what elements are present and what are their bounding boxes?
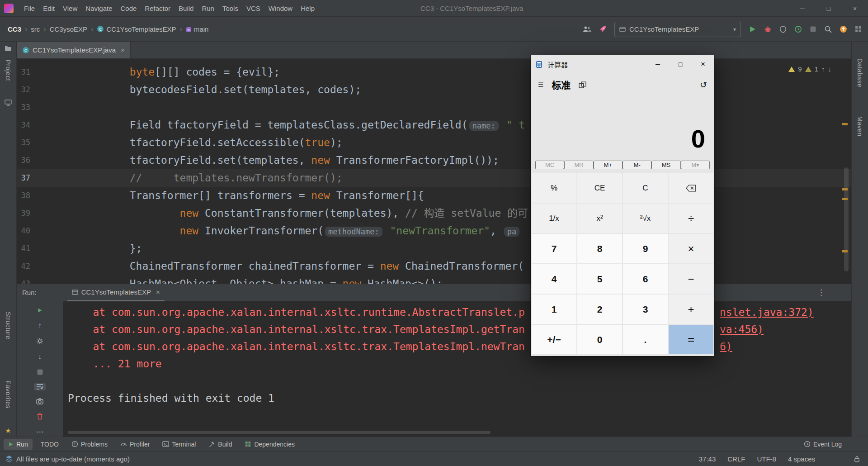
console-h-scrollbar[interactable] [68,431,491,434]
calc-key-clear-entry[interactable]: CE [577,173,622,203]
event-log-button[interactable]: Event Log [804,441,842,448]
code-line-31[interactable]: 31 byte[][] codes = {evil}; [17,63,851,81]
sidebar-item-database[interactable]: Database [856,58,863,87]
calc-key-digit-8[interactable]: 8 [577,234,622,263]
calc-key-square-root[interactable]: ²√x [623,204,668,233]
calc-key-decimal[interactable]: . [623,325,668,354]
code-line-38[interactable]: 38 Transformer[] transformers = new Tran… [17,187,851,204]
menu-file[interactable]: File [20,0,39,17]
more-options-icon[interactable]: ⋮ [817,288,825,297]
stack-trace-link[interactable]: nslet.java:372) [720,304,814,321]
tool-tab-build[interactable]: Build [204,439,236,450]
menu-window[interactable]: Window [264,0,297,17]
menu-help[interactable]: Help [297,0,319,17]
memory-recall-button[interactable]: MR [564,161,593,169]
memory-clear-button[interactable]: MC [535,161,564,169]
profiler-button[interactable] [794,25,802,33]
more-icon[interactable]: ⋯ [34,427,46,437]
run-button[interactable] [749,25,756,33]
breadcrumb-item-main[interactable]: mmain [186,25,209,33]
calc-key-backspace[interactable] [669,173,713,203]
error-stripe-mark[interactable] [842,123,848,125]
users-icon[interactable] [583,26,591,33]
calculator-title-bar[interactable]: 计算器 ─ □ × [531,55,714,73]
menu-edit[interactable]: Edit [39,0,59,17]
editor-tab[interactable]: C CC1YsoTemplatesEXP.java × [17,42,131,58]
calc-key-square[interactable]: x² [577,204,622,233]
menu-vcs[interactable]: VCS [242,0,264,17]
memory-list-button[interactable]: M▾ [681,161,710,169]
code-line-43[interactable]: 43 HashMap<Object, Object> hashMap = new… [17,275,851,284]
calc-key-percent[interactable]: % [532,173,576,203]
calc-close-button[interactable]: × [692,55,714,73]
tab-close-icon[interactable]: × [121,46,125,54]
clear-icon[interactable] [34,413,46,420]
code-line-40[interactable]: 40 new InvokerTransformer(methodName: "n… [17,222,851,240]
calc-key-reciprocal[interactable]: 1/x [532,204,576,233]
tool-tab-todo[interactable]: TODO [36,439,63,450]
calc-minimize-button[interactable]: ─ [646,55,669,73]
minimize-button[interactable]: ─ [789,0,816,17]
tool-tab-terminal[interactable]: Terminal [158,439,200,450]
star-icon[interactable]: ★ [5,427,11,435]
stack-up-icon[interactable]: ↑ [34,321,46,330]
error-stripe-mark[interactable] [842,250,848,252]
menu-run[interactable]: Run [198,0,218,17]
calc-key-negate[interactable]: +/− [532,325,576,354]
line-separator[interactable]: CRLF [727,455,745,463]
run-console-tab[interactable]: CC1YsoTemplatesEXP × [67,284,165,301]
calc-key-digit-0[interactable]: 0 [577,325,622,354]
calc-key-clear[interactable]: C [623,173,668,203]
search-button[interactable] [824,25,832,33]
stop-button[interactable] [810,26,816,33]
code-editor[interactable]: 31 byte[][] codes = {evil};32 bytecodesF… [17,59,851,284]
error-stripe-mark[interactable] [842,198,848,200]
calc-key-divide[interactable]: ÷ [669,204,713,233]
rerun-icon[interactable] [34,307,46,314]
tool-tab-problems[interactable]: Problems [67,439,112,450]
calc-key-multiply[interactable]: × [669,234,713,263]
calc-key-digit-2[interactable]: 2 [577,295,622,324]
calc-maximize-button[interactable]: □ [669,55,692,73]
error-stripe-mark[interactable] [842,188,848,190]
tool-tab-profiler[interactable]: Profiler [116,439,154,450]
history-icon[interactable]: ↺ [700,80,707,90]
calc-key-digit-4[interactable]: 4 [532,264,576,294]
coverage-button[interactable] [779,26,787,33]
calc-key-digit-9[interactable]: 9 [623,234,668,263]
calc-key-subtract[interactable]: − [669,264,713,294]
code-line-35[interactable]: 35 tfactoryField.setAccessible(true); [17,134,851,152]
memory-store-button[interactable]: MS [651,161,680,169]
sidebar-item-favorites[interactable]: Favorites [5,380,12,409]
project-icon[interactable] [5,45,12,52]
calc-key-equals[interactable]: = [669,325,713,354]
update-button[interactable] [840,25,847,33]
stack-trace-link[interactable]: va:456) [720,321,764,338]
code-line-32[interactable]: 32 bytecodesField.set(templates, codes); [17,81,851,99]
calc-key-digit-1[interactable]: 1 [532,295,576,324]
breadcrumb-item-cc3ysoexp[interactable]: CC3ysoEXP [50,25,87,33]
indent-style[interactable]: 4 spaces [788,455,815,463]
monitor-icon[interactable] [5,100,12,106]
soft-wrap-icon[interactable] [34,383,46,390]
menu-tools[interactable]: Tools [218,0,242,17]
code-line-33[interactable]: 33 [17,99,851,116]
code-line-34[interactable]: 34 Field tfactoryField = templatesClass.… [17,116,851,134]
editor-scrollbar[interactable] [844,167,849,271]
hide-panel-button[interactable]: ─ [838,289,842,296]
code-line-41[interactable]: 41 }; [17,240,851,257]
code-line-39[interactable]: 39 new ConstantTransformer(templates), /… [17,204,851,222]
tool-tab-run[interactable]: Run [4,439,33,450]
menu-navigate[interactable]: Navigate [81,0,116,17]
lock-icon[interactable] [854,456,860,462]
prev-warning-arrow[interactable]: ↑ [821,65,825,73]
code-line-37[interactable]: 37 // templates.newTransformer(); [17,169,851,187]
inspections-widget[interactable]: 9 1 ↑ ↓ [788,65,831,73]
file-encoding[interactable]: UTF-8 [757,455,776,463]
stack-trace-link[interactable]: 6) [720,338,732,355]
rocket-icon[interactable] [599,25,607,33]
calc-key-digit-6[interactable]: 6 [623,264,668,294]
sidebar-item-maven[interactable]: Maven [856,116,863,137]
grid-icon[interactable] [855,26,862,33]
keep-on-top-icon[interactable] [579,81,586,88]
